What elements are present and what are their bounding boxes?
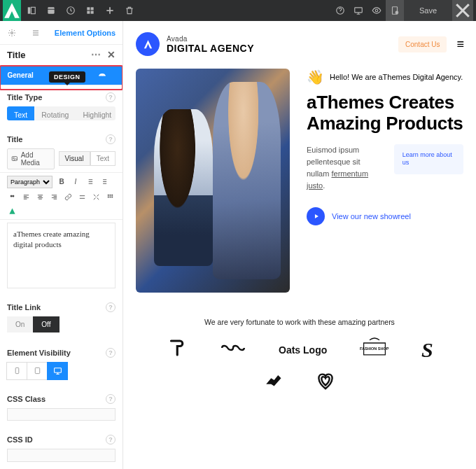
title-type-text[interactable]: Text — [7, 106, 34, 120]
more-icon[interactable]: ⋯ — [91, 49, 102, 60]
subtab-general[interactable]: General — [0, 66, 41, 85]
help-icon[interactable] — [331, 0, 349, 21]
link-icon[interactable] — [63, 192, 73, 202]
toolbar-toggle-icon[interactable] — [105, 192, 115, 202]
responsive-icon[interactable] — [349, 0, 368, 21]
panel-title: Title — [7, 50, 26, 60]
more-icon[interactable] — [77, 192, 87, 202]
design-tooltip: DESIGN — [49, 71, 85, 83]
learn-more-button[interactable]: Learn more about us — [394, 144, 463, 174]
visibility-tablet-icon[interactable] — [27, 362, 48, 380]
help-hint-icon[interactable]: ? — [106, 394, 115, 404]
help-hint-icon[interactable]: ? — [106, 92, 115, 102]
svg-rect-23 — [54, 368, 61, 373]
list-ol-icon[interactable] — [99, 177, 108, 187]
top-bar: Save — [0, 0, 476, 21]
subtab-extras[interactable] — [82, 66, 122, 85]
sidebar: Element Options Title ⋯ ✕ General DESIGN… — [0, 21, 123, 469]
brand-small: Avada — [167, 35, 254, 43]
editor-tab-visual[interactable]: Visual — [59, 151, 90, 166]
svg-rect-20 — [111, 197, 113, 198]
preferences-icon[interactable] — [81, 0, 99, 21]
add-media-button[interactable]: Add Media — [7, 148, 55, 169]
element-options-tab[interactable]: Element Options — [48, 29, 122, 37]
close-panel-icon[interactable]: ✕ — [107, 49, 115, 60]
svg-rect-8 — [355, 8, 363, 13]
bold-icon[interactable]: B — [57, 177, 66, 187]
label-css-id: CSS ID — [7, 435, 33, 444]
visibility-mobile-icon[interactable] — [6, 362, 27, 380]
partner-logo-hands — [263, 371, 287, 395]
save-button[interactable]: Save — [404, 0, 452, 21]
svg-rect-17 — [111, 195, 113, 196]
fullscreen-icon[interactable] — [91, 192, 101, 202]
settings-gear-icon[interactable] — [0, 21, 24, 45]
svg-rect-5 — [87, 11, 90, 14]
hamburger-icon[interactable]: ≡ — [456, 37, 463, 52]
help-hint-icon[interactable]: ? — [106, 134, 115, 144]
title-type-rotating[interactable]: Rotating — [34, 106, 76, 120]
trash-icon[interactable] — [120, 0, 139, 21]
help-hint-icon[interactable]: ? — [106, 435, 115, 444]
panel-toggle-icon[interactable] — [22, 0, 41, 21]
wave-icon: 👋 — [307, 69, 324, 85]
help-hint-icon[interactable]: ? — [106, 302, 115, 312]
avada-logo-icon[interactable] — [3, 0, 21, 21]
svg-rect-21 — [15, 368, 19, 374]
css-class-input[interactable] — [7, 408, 115, 421]
svg-rect-15 — [107, 195, 108, 196]
history-icon[interactable] — [62, 0, 80, 21]
label-title: Title — [7, 135, 22, 144]
title-editor[interactable]: aThemes create amazing digital products — [7, 223, 115, 288]
title-link-off[interactable]: Off — [33, 316, 59, 332]
title-link-on[interactable]: On — [7, 316, 33, 332]
italic-icon[interactable]: I — [71, 177, 80, 187]
svg-rect-3 — [87, 7, 90, 10]
label-element-visibility: Element Visibility — [7, 349, 71, 357]
paragraph-select[interactable]: Paragraph — [7, 176, 52, 188]
label-title-type: Title Type — [7, 93, 42, 102]
close-icon[interactable] — [452, 0, 473, 21]
blockquote-icon[interactable] — [7, 192, 17, 202]
hero-description: Euismod ipsum pellentesque sit nullam fe… — [307, 144, 383, 192]
partner-logos-row-2 — [136, 371, 463, 395]
title-type-highlight[interactable]: Highlight — [76, 106, 115, 120]
svg-point-9 — [375, 9, 378, 12]
page-settings-icon[interactable] — [386, 0, 404, 21]
svg-rect-4 — [91, 7, 94, 10]
align-right-icon[interactable] — [49, 192, 59, 202]
list-icon[interactable] — [24, 21, 48, 45]
partner-logo-oats: Oats Logo — [279, 344, 327, 356]
help-hint-icon[interactable]: ? — [106, 348, 115, 358]
align-left-icon[interactable] — [21, 192, 31, 202]
preview-icon[interactable] — [368, 0, 386, 21]
label-css-class: CSS Class — [7, 395, 46, 403]
preview-canvas: Avada DIGITAL AGENCY Contact Us ≡ 👋 Hell… — [123, 21, 476, 469]
wysiwyg-toolbar: Paragraph B I — [0, 172, 122, 220]
partner-logo-2 — [220, 340, 246, 360]
play-icon[interactable] — [307, 207, 325, 225]
svg-rect-0 — [28, 7, 31, 13]
hello-text: Hello! We are aThemes Digital Agency. — [330, 73, 463, 81]
library-icon[interactable] — [42, 0, 60, 21]
align-center-icon[interactable] — [35, 192, 45, 202]
avada-insert-icon[interactable] — [7, 206, 17, 216]
visibility-desktop-icon[interactable] — [47, 362, 68, 380]
hero-title[interactable]: aThemes Creates Amazing Products — [307, 92, 463, 134]
hello-line: 👋 Hello! We are aThemes Digital Agency. — [307, 69, 463, 85]
editor-tab-text[interactable]: Text — [90, 151, 115, 166]
partner-logo-fashion: FASHION SHOP — [360, 336, 389, 364]
list-ul-icon[interactable] — [85, 177, 94, 187]
partner-logo-s: S — [421, 338, 433, 362]
topbar-right: Save — [331, 0, 473, 21]
add-icon[interactable] — [101, 0, 119, 21]
partner-logo-1 — [166, 337, 187, 363]
showreel-link[interactable]: View our new showreel — [332, 212, 411, 220]
brand-logo-icon — [136, 32, 160, 56]
svg-rect-18 — [107, 197, 108, 198]
partner-logos-row-1: Oats Logo FASHION SHOP S — [136, 336, 463, 364]
topbar-left — [3, 0, 139, 21]
css-id-input[interactable] — [7, 449, 115, 462]
contact-us-button[interactable]: Contact Us — [398, 36, 447, 52]
svg-point-11 — [396, 11, 399, 15]
